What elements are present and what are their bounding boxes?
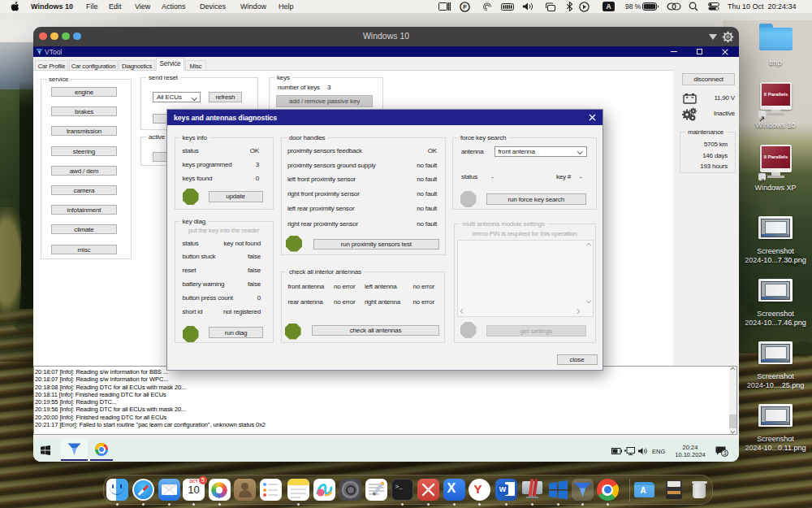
svg-text:F: F <box>463 3 467 11</box>
svg-text:3: 3 <box>723 450 727 456</box>
